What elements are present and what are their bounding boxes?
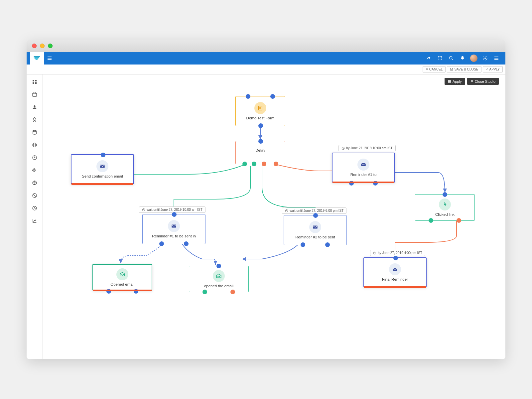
hamburger-icon bbox=[47, 56, 52, 61]
node-send-confirmation-label: Send confirmation email bbox=[80, 174, 125, 178]
svg-rect-6 bbox=[33, 93, 37, 96]
svg-point-0 bbox=[450, 57, 452, 59]
menu-toggle-button[interactable] bbox=[45, 53, 55, 63]
open-envelope-icon bbox=[116, 268, 128, 280]
schedule-final-reminder: by June 27, 2019 4:00 pm IST bbox=[370, 250, 425, 256]
schedule-reminder1-to: by June 27, 2019 10:00 am IST bbox=[338, 145, 396, 151]
save-close-label: SAVE & CLOSE bbox=[454, 67, 478, 71]
rocket-icon bbox=[32, 117, 37, 122]
browser-window: ✕ CANCEL 🖫 SAVE & CLOSE ✓ APPLY ▦ Apply … bbox=[27, 40, 505, 359]
settings-button[interactable] bbox=[480, 53, 490, 63]
cancel-label: CANCEL bbox=[429, 67, 443, 71]
node-send-confirmation[interactable]: Send confirmation email bbox=[71, 154, 134, 184]
svg-point-8 bbox=[33, 130, 36, 132]
svg-point-7 bbox=[34, 105, 35, 107]
clock-icon bbox=[373, 251, 376, 255]
node-reminder1-to[interactable]: Reminder #1 to bbox=[332, 153, 395, 183]
node-opened-email-label: Opened email bbox=[108, 282, 136, 286]
user-icon bbox=[32, 104, 37, 110]
notifications-button[interactable] bbox=[458, 53, 467, 63]
node-reminder2-sent-label: Reminder #2 to be sent bbox=[293, 235, 337, 239]
form-icon bbox=[254, 102, 266, 114]
node-final-reminder[interactable]: Final Reminder bbox=[363, 257, 427, 287]
sidebar-launch[interactable] bbox=[31, 116, 39, 124]
cancel-button[interactable]: ✕ CANCEL bbox=[423, 66, 446, 72]
svg-rect-23 bbox=[313, 226, 318, 229]
studio-close-button[interactable]: ✕ Close Studio bbox=[467, 78, 499, 85]
search-icon bbox=[449, 56, 454, 61]
svg-rect-25 bbox=[393, 268, 397, 271]
envelope-icon bbox=[357, 159, 369, 171]
node-reminder1-sent-label: Reminder #1 to be sent in bbox=[150, 234, 198, 238]
window-minimize-button[interactable] bbox=[40, 44, 45, 48]
node-opened-the-email[interactable]: opened the email bbox=[189, 266, 249, 292]
node-delay[interactable]: Delay bbox=[235, 141, 285, 164]
studio-close-label: Close Studio bbox=[475, 79, 495, 83]
sidebar-dashboard[interactable] bbox=[31, 78, 39, 86]
puzzle-icon bbox=[32, 168, 37, 173]
search-button[interactable] bbox=[446, 53, 456, 63]
node-clicked-link[interactable]: Clicked link bbox=[415, 194, 475, 221]
node-start[interactable]: Demo Test Form bbox=[235, 96, 285, 126]
logo-icon bbox=[33, 54, 41, 62]
app-logo bbox=[30, 52, 44, 65]
user-avatar[interactable] bbox=[469, 53, 479, 63]
schedule-reminder1-sent: wait until June 27, 2019 10:00 am IST bbox=[139, 206, 205, 213]
bell-icon bbox=[460, 56, 465, 61]
svg-rect-21 bbox=[172, 225, 176, 228]
open-envelope-icon bbox=[213, 270, 225, 282]
block-icon bbox=[32, 193, 37, 198]
sidebar-contacts[interactable] bbox=[31, 103, 39, 111]
apply-button[interactable]: ✓ APPLY bbox=[483, 66, 503, 72]
sidebar bbox=[27, 74, 43, 359]
window-titlebar bbox=[27, 40, 505, 52]
clock-icon bbox=[285, 209, 288, 212]
expand-icon bbox=[437, 56, 443, 61]
clock-icon bbox=[341, 147, 345, 150]
more-menu-button[interactable] bbox=[491, 53, 501, 63]
gear-icon bbox=[482, 56, 488, 61]
svg-rect-5 bbox=[35, 82, 37, 84]
node-reminder2-sent[interactable]: Reminder #2 to be sent bbox=[284, 215, 347, 245]
hamburger-icon bbox=[494, 56, 499, 61]
window-close-button[interactable] bbox=[32, 44, 37, 48]
svg-point-1 bbox=[484, 58, 486, 59]
share-button[interactable] bbox=[424, 53, 434, 63]
node-opened-email[interactable]: Opened email bbox=[92, 264, 152, 291]
pointer-icon bbox=[439, 199, 451, 210]
sidebar-reports[interactable] bbox=[31, 217, 39, 225]
sidebar-plugins[interactable] bbox=[31, 166, 39, 174]
node-delay-label: Delay bbox=[253, 148, 267, 152]
sidebar-block[interactable] bbox=[31, 192, 39, 200]
fullscreen-button[interactable] bbox=[435, 53, 445, 63]
svg-point-11 bbox=[34, 145, 35, 145]
sidebar-calendar[interactable] bbox=[31, 90, 39, 98]
envelope-icon bbox=[309, 221, 321, 233]
sidebar-data[interactable] bbox=[31, 128, 39, 136]
sidebar-history[interactable] bbox=[31, 154, 39, 162]
apply-label: APPLY bbox=[489, 67, 500, 71]
calendar-icon bbox=[32, 92, 37, 97]
svg-rect-3 bbox=[35, 80, 37, 81]
share-icon bbox=[426, 56, 431, 61]
target-icon bbox=[32, 142, 37, 148]
node-reminder1-sent[interactable]: Reminder #1 to be sent in bbox=[142, 214, 205, 244]
envelope-icon bbox=[168, 220, 180, 232]
svg-rect-4 bbox=[33, 82, 34, 84]
sidebar-schedule[interactable] bbox=[31, 204, 39, 212]
node-clicked-link-label: Clicked link bbox=[433, 212, 457, 216]
schedule-reminder2-sent: wait until June 27, 2019 6:00 pm IST bbox=[282, 207, 346, 214]
window-maximize-button[interactable] bbox=[48, 44, 53, 48]
save-close-button[interactable]: 🖫 SAVE & CLOSE bbox=[447, 66, 481, 72]
studio-apply-label: Apply bbox=[453, 79, 462, 83]
sidebar-target[interactable] bbox=[31, 141, 39, 149]
sidebar-globe[interactable] bbox=[31, 179, 39, 187]
node-start-label: Demo Test Form bbox=[244, 116, 277, 120]
clock-icon bbox=[32, 155, 37, 160]
workflow-canvas[interactable]: ▦ Apply ✕ Close Studio bbox=[43, 74, 505, 359]
grid-icon bbox=[32, 79, 37, 84]
envelope-icon bbox=[96, 160, 108, 172]
chart-icon bbox=[32, 218, 37, 223]
envelope-icon bbox=[389, 263, 401, 275]
studio-apply-button[interactable]: ▦ Apply bbox=[445, 78, 465, 85]
